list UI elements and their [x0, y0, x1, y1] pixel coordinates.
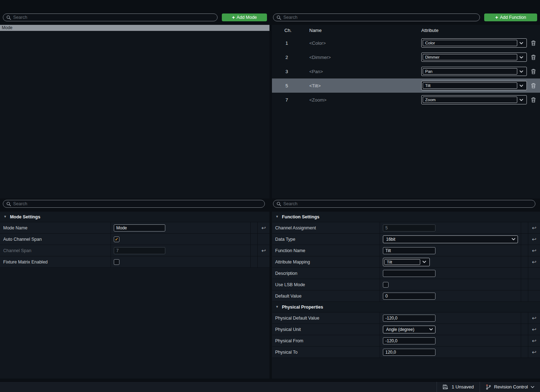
field-label: Default Value: [272, 290, 380, 301]
auto-channel-span-checkbox[interactable]: ✓: [114, 236, 119, 242]
field-label: Physical To: [272, 347, 380, 358]
add-function-button[interactable]: + Add Function: [484, 13, 537, 21]
attribute-dropdown[interactable]: Zoom: [421, 95, 527, 104]
function-name: <Tilt>: [309, 83, 421, 88]
field-label: Data Type: [272, 234, 380, 245]
field-label: Physical From: [272, 335, 380, 346]
trash-icon[interactable]: [531, 83, 536, 88]
functions-table-header: Ch. Name Attribute: [272, 25, 540, 36]
modes-search: [3, 13, 218, 21]
add-function-label: Add Function: [500, 15, 526, 20]
revert-icon[interactable]: ↩: [261, 225, 266, 230]
unsaved-indicator[interactable]: 1 Unsaved: [437, 382, 479, 392]
column-header-ch: Ch.: [272, 28, 309, 33]
search-icon: [277, 15, 281, 20]
mode-list-column-header[interactable]: Mode: [0, 25, 269, 31]
physical-unit-value: Angle (degree): [383, 327, 427, 332]
attribute-value: Tilt: [423, 82, 517, 89]
revert-icon[interactable]: ↩: [532, 315, 536, 321]
column-spacer: [250, 256, 257, 267]
trash-icon[interactable]: [531, 97, 536, 103]
settings-row-physical-to: Physical To ↩: [272, 347, 540, 358]
chevron-down-icon: [531, 386, 534, 388]
data-type-dropdown[interactable]: 16bit: [383, 235, 518, 243]
function-channel: 3: [272, 69, 309, 74]
trash-icon[interactable]: [531, 40, 536, 46]
modes-panel: + Add Mode Mode ▼ Mode Settings Mode Nam…: [0, 0, 270, 379]
default-value-input[interactable]: [383, 293, 435, 300]
revision-control-button[interactable]: Revision Control: [480, 382, 540, 392]
attribute-dropdown[interactable]: Color: [421, 38, 527, 48]
mode-settings-section-header[interactable]: ▼ Mode Settings: [0, 212, 269, 222]
revert-icon[interactable]: ↩: [532, 248, 536, 253]
revert-icon[interactable]: ↩: [532, 259, 536, 265]
function-name-input[interactable]: [383, 247, 435, 254]
mode-list: [0, 31, 269, 198]
search-icon: [6, 202, 11, 206]
field-label: Channel Span: [0, 245, 111, 256]
chevron-down-icon: [517, 40, 525, 46]
function-name: <Pan>: [309, 69, 421, 74]
function-row[interactable]: 7 <Zoom> Zoom: [272, 93, 540, 107]
revert-icon[interactable]: ↩: [532, 349, 536, 355]
function-channel: 1: [272, 40, 309, 46]
settings-row-data-type: Data Type 16bit ↩: [272, 234, 540, 245]
function-settings-section-header[interactable]: ▼ Function Settings: [272, 212, 540, 222]
mode-settings-table: ▼ Mode Settings Mode Name ↩ Auto Channel…: [0, 212, 269, 379]
field-label: Fixture Matrix Enabled: [0, 256, 111, 267]
function-row-selected[interactable]: 5 <Tilt> Tilt: [272, 78, 540, 93]
fixture-matrix-checkbox[interactable]: [114, 259, 119, 265]
column-spacer: [521, 335, 528, 346]
function-row[interactable]: 1 <Color> Color: [272, 36, 540, 50]
column-spacer: [250, 222, 257, 233]
mode-settings-search-input[interactable]: [13, 201, 261, 206]
attribute-dropdown[interactable]: Pan: [421, 67, 527, 76]
physical-default-value-input[interactable]: [383, 315, 435, 322]
trash-icon[interactable]: [531, 69, 536, 74]
settings-row-physical-default-value: Physical Default Value ↩: [272, 312, 540, 324]
functions-search: [273, 13, 480, 21]
checkmark-icon: ✓: [115, 237, 118, 241]
settings-row-default-value: Default Value: [272, 290, 540, 302]
description-input[interactable]: [383, 270, 435, 277]
dmx-fixture-type-editor: + Add Mode Mode ▼ Mode Settings Mode Nam…: [0, 0, 540, 392]
column-spacer: [521, 256, 528, 267]
unsaved-label: 1 Unsaved: [451, 384, 474, 390]
column-spacer: [521, 290, 528, 301]
function-settings-search: [273, 200, 535, 208]
functions-search-input[interactable]: [283, 15, 476, 20]
use-lsb-mode-checkbox[interactable]: [383, 282, 389, 288]
trash-icon[interactable]: [531, 55, 536, 60]
physical-properties-section-header[interactable]: ▼ Physical Properties: [272, 302, 540, 312]
physical-from-input[interactable]: [383, 337, 435, 344]
plus-icon: +: [495, 15, 498, 20]
field-label: Description: [272, 268, 380, 279]
function-row[interactable]: 3 <Pan> Pan: [272, 64, 540, 78]
settings-row-use-lsb-mode: Use LSB Mode: [272, 279, 540, 290]
function-row[interactable]: 2 <Dimmer> Dimmer: [272, 50, 540, 64]
column-spacer: [521, 279, 528, 290]
revert-icon[interactable]: ↩: [532, 338, 536, 343]
attribute-mapping-dropdown[interactable]: Tilt: [383, 258, 430, 266]
physical-unit-dropdown[interactable]: Angle (degree): [383, 326, 435, 333]
physical-to-input[interactable]: [383, 349, 435, 356]
modes-search-input[interactable]: [13, 15, 214, 20]
field-label: Use LSB Mode: [272, 279, 380, 290]
revert-icon[interactable]: ↩: [532, 327, 536, 332]
attribute-dropdown[interactable]: Tilt: [421, 81, 527, 90]
revert-icon[interactable]: ↩: [532, 236, 536, 242]
section-title: Function Settings: [282, 214, 320, 219]
add-mode-button[interactable]: + Add Mode: [222, 13, 267, 21]
mode-name-input[interactable]: [114, 224, 165, 232]
column-spacer: [521, 234, 528, 245]
function-settings-search-input[interactable]: [283, 201, 532, 206]
settings-row-channel-span: Channel Span ↩: [0, 245, 269, 256]
field-label: Physical Default Value: [272, 312, 380, 323]
section-title: Mode Settings: [10, 214, 40, 219]
revert-icon[interactable]: ↩: [261, 248, 266, 253]
revert-icon[interactable]: ↩: [532, 225, 536, 230]
function-name: <Zoom>: [309, 97, 421, 103]
attribute-dropdown[interactable]: Dimmer: [421, 53, 527, 62]
chevron-down-icon: [427, 328, 435, 331]
field-label: Attribute Mapping: [272, 256, 380, 267]
